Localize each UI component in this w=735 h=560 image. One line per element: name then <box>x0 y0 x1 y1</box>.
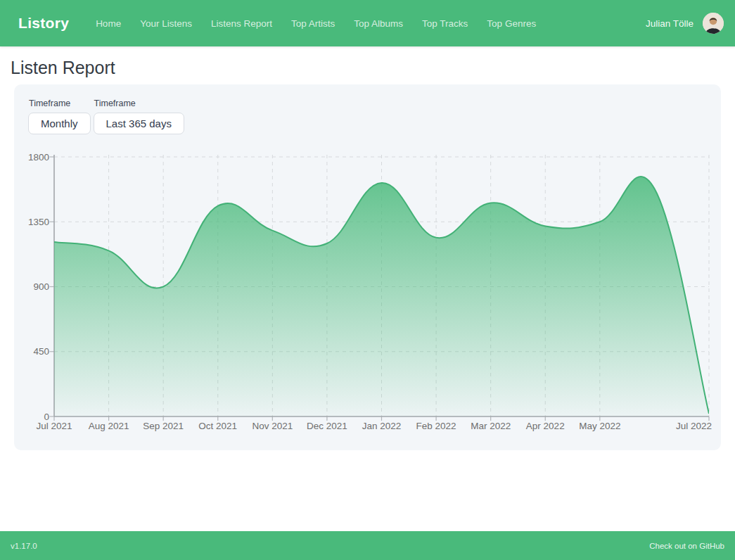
timeframe-unit-label: Timeframe <box>29 98 91 108</box>
listens-area-chart[interactable]: 045090013501800Jul 2021Aug 2021Sep 2021O… <box>14 153 721 438</box>
svg-text:Jan 2022: Jan 2022 <box>362 421 402 431</box>
nav-item-top-artists[interactable]: Top Artists <box>291 18 335 29</box>
navbar-user-area: Julian Tölle <box>646 13 724 34</box>
timeframe-range-label: Timeframe <box>94 98 184 108</box>
svg-text:Dec 2021: Dec 2021 <box>307 421 347 431</box>
svg-text:450: 450 <box>33 346 49 357</box>
svg-text:Oct 2021: Oct 2021 <box>198 421 237 431</box>
nav-item-top-tracks[interactable]: Top Tracks <box>422 18 468 29</box>
version-text: v1.17.0 <box>11 542 37 550</box>
report-card: Timeframe Monthly Timeframe Last 365 day… <box>14 84 721 450</box>
main-nav: HomeYour ListensListens ReportTop Artist… <box>96 18 555 29</box>
user-avatar-icon <box>703 13 724 34</box>
github-link[interactable]: Check out on GitHub <box>649 542 724 550</box>
svg-text:1800: 1800 <box>28 153 49 163</box>
svg-text:Jul 2022: Jul 2022 <box>676 421 712 431</box>
svg-text:Mar 2022: Mar 2022 <box>471 421 511 431</box>
main-content: Listen Report Timeframe Monthly Timefram… <box>0 57 735 450</box>
navbar: Listory HomeYour ListensListens ReportTo… <box>0 0 735 46</box>
svg-text:Aug 2021: Aug 2021 <box>89 421 129 431</box>
svg-text:Apr 2022: Apr 2022 <box>526 421 565 431</box>
nav-item-home[interactable]: Home <box>96 18 121 29</box>
nav-item-top-albums[interactable]: Top Albums <box>354 18 403 29</box>
timeframe-unit-button[interactable]: Monthly <box>28 113 91 134</box>
svg-text:Sep 2021: Sep 2021 <box>143 421 184 431</box>
user-name[interactable]: Julian Tölle <box>646 18 694 29</box>
nav-item-your-listens[interactable]: Your Listens <box>140 18 192 29</box>
user-avatar[interactable] <box>703 13 724 34</box>
timeframe-unit-group: Timeframe Monthly <box>28 98 91 134</box>
timeframe-range-group: Timeframe Last 365 days <box>94 98 184 134</box>
timeframe-controls: Timeframe Monthly Timeframe Last 365 day… <box>14 84 721 134</box>
svg-text:900: 900 <box>33 281 49 292</box>
svg-text:Jul 2021: Jul 2021 <box>36 421 72 431</box>
timeframe-range-button[interactable]: Last 365 days <box>94 113 184 134</box>
svg-text:May 2022: May 2022 <box>579 421 620 431</box>
svg-text:Nov 2021: Nov 2021 <box>252 421 293 431</box>
svg-text:1350: 1350 <box>28 217 49 227</box>
svg-text:Feb 2022: Feb 2022 <box>416 421 456 431</box>
page-title: Listen Report <box>11 57 735 78</box>
app-logo[interactable]: Listory <box>18 15 69 32</box>
footer: v1.17.0 Check out on GitHub <box>0 531 735 560</box>
nav-item-top-genres[interactable]: Top Genres <box>487 18 536 29</box>
nav-item-listens-report[interactable]: Listens Report <box>211 18 272 29</box>
